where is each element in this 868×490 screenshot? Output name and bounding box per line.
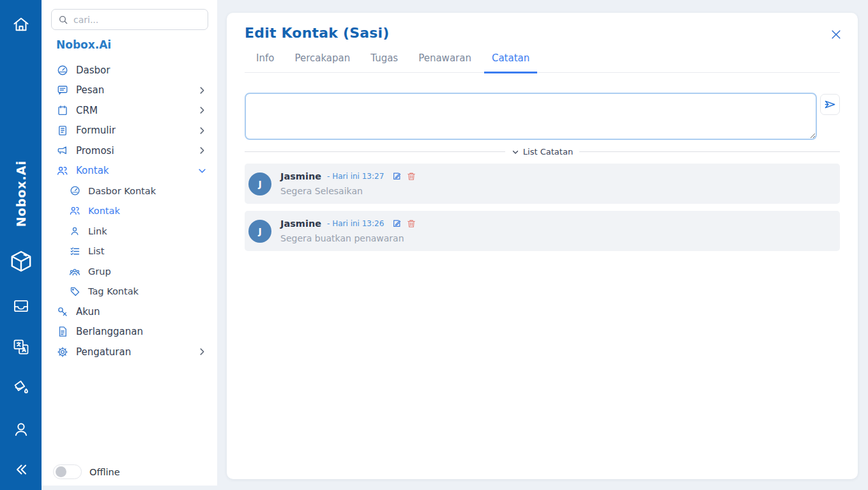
tab-percakapan[interactable]: Percakapan bbox=[287, 52, 358, 73]
tag-icon bbox=[69, 286, 80, 297]
key-icon bbox=[56, 305, 68, 318]
search-icon bbox=[58, 15, 68, 25]
sidebar-item-pengaturan[interactable]: Pengaturan bbox=[42, 342, 217, 362]
contacts-icon bbox=[69, 205, 80, 217]
cube-logo-icon[interactable] bbox=[8, 249, 34, 274]
trash-icon[interactable] bbox=[407, 172, 416, 181]
note-author: Jasmine bbox=[280, 218, 321, 229]
collapse-sidebar-icon[interactable] bbox=[13, 461, 29, 478]
tab-penawaran[interactable]: Penawaran bbox=[411, 52, 479, 73]
panel-header: Edit Kontak (Sasi) bbox=[245, 13, 840, 42]
sidebar-item-promosi[interactable]: Promosi bbox=[42, 141, 217, 161]
note-text: Segera buatkan penawaran bbox=[280, 233, 416, 243]
page-title: Edit Kontak (Sasi) bbox=[245, 25, 390, 41]
note-timestamp: - Hari ini 13:27 bbox=[327, 172, 384, 181]
sidebar-brand[interactable]: Nobox.Ai bbox=[56, 38, 111, 51]
offline-label: Offline bbox=[89, 467, 120, 477]
tab-tugas[interactable]: Tugas bbox=[363, 52, 406, 73]
dashboard-icon bbox=[69, 185, 80, 197]
person-icon bbox=[69, 226, 80, 237]
divider-line bbox=[245, 151, 505, 152]
chevron-right-icon bbox=[199, 147, 206, 154]
sidebar-item-grup[interactable]: Grup bbox=[42, 261, 217, 282]
note-input-row bbox=[245, 93, 840, 140]
paint-bucket-icon[interactable] bbox=[12, 378, 30, 396]
nav-sidebar: Nobox.Ai Dasbor Pesan CRM Formulir Promo… bbox=[42, 0, 217, 486]
search-box bbox=[51, 9, 208, 30]
chevron-right-icon bbox=[199, 348, 206, 355]
tab-catatan[interactable]: Catatan bbox=[484, 52, 537, 73]
note-timestamp: - Hari ini 13:26 bbox=[327, 219, 384, 228]
trash-icon[interactable] bbox=[407, 219, 416, 228]
translate-icon[interactable] bbox=[12, 338, 30, 356]
user-icon[interactable] bbox=[12, 420, 30, 438]
sidebar-item-label: Dasbor Kontak bbox=[88, 186, 156, 196]
avatar: J bbox=[248, 220, 271, 243]
send-icon bbox=[824, 98, 836, 111]
chevron-down-icon bbox=[199, 167, 206, 174]
close-icon[interactable] bbox=[828, 27, 844, 42]
send-button[interactable] bbox=[820, 94, 840, 115]
sidebar-item-label: Promosi bbox=[76, 145, 114, 157]
sidebar-item-label: Kontak bbox=[88, 206, 120, 216]
sidebar-item-label: Akun bbox=[76, 306, 100, 318]
note-author: Jasmine bbox=[280, 171, 321, 181]
chevron-down-icon[interactable] bbox=[512, 148, 519, 156]
chevron-right-icon bbox=[199, 107, 206, 114]
document-icon bbox=[56, 326, 68, 338]
sidebar-item-dasbor-kontak[interactable]: Dasbor Kontak bbox=[42, 181, 217, 201]
sidebar-item-label: Link bbox=[88, 226, 107, 236]
chevron-right-icon bbox=[199, 87, 206, 94]
checklist-icon bbox=[69, 245, 80, 257]
sidebar-item-label: Grup bbox=[88, 266, 111, 277]
avatar: J bbox=[248, 172, 271, 195]
note-card: J Jasmine - Hari ini 13:27 Segera Selesa… bbox=[245, 164, 840, 204]
sidebar-item-label: Kontak bbox=[76, 165, 109, 176]
tab-bar: Info Percakapan Tugas Penawaran Catatan bbox=[245, 52, 840, 73]
sidebar-item-formulir[interactable]: Formulir bbox=[42, 121, 217, 141]
crm-icon bbox=[56, 104, 68, 116]
notes-list: J Jasmine - Hari ini 13:27 Segera Selesa… bbox=[245, 164, 840, 251]
sidebar-item-crm[interactable]: CRM bbox=[42, 100, 217, 121]
megaphone-icon bbox=[56, 144, 68, 157]
offline-toggle[interactable] bbox=[53, 464, 82, 479]
gear-icon bbox=[56, 346, 68, 358]
sidebar-item-label: Formulir bbox=[76, 125, 116, 136]
toggle-knob bbox=[56, 466, 66, 477]
sidebar-item-kontak-sub[interactable]: Kontak bbox=[42, 201, 217, 222]
home-icon[interactable] bbox=[12, 15, 30, 33]
dashboard-icon bbox=[56, 64, 68, 76]
list-catatan-divider: List Catatan bbox=[245, 147, 840, 157]
sidebar-item-dasbor[interactable]: Dasbor bbox=[42, 60, 217, 80]
sidebar-item-akun[interactable]: Akun bbox=[42, 302, 217, 322]
icon-rail: Nobox.Ai bbox=[0, 0, 42, 490]
sidebar-item-label: List bbox=[88, 246, 104, 256]
sidebar-item-kontak[interactable]: Kontak bbox=[42, 161, 217, 181]
sidebar-item-pesan[interactable]: Pesan bbox=[42, 80, 217, 101]
sidebar-item-tag-kontak[interactable]: Tag Kontak bbox=[42, 282, 217, 302]
inbox-icon[interactable] bbox=[12, 297, 30, 315]
form-icon bbox=[56, 125, 68, 137]
divider-line bbox=[579, 151, 840, 152]
note-input[interactable] bbox=[245, 93, 817, 140]
sidebar-item-label: Berlangganan bbox=[76, 326, 143, 337]
edit-kontak-panel: Edit Kontak (Sasi) Info Percakapan Tugas… bbox=[227, 13, 858, 479]
list-catatan-label: List Catatan bbox=[523, 147, 573, 157]
sidebar-item-label: CRM bbox=[76, 105, 98, 116]
sidebar-item-label: Tag Kontak bbox=[88, 286, 139, 296]
sidebar-item-label: Pesan bbox=[76, 84, 104, 96]
note-card: J Jasmine - Hari ini 13:26 Segera buatka… bbox=[245, 211, 840, 251]
sidebar-menu: Dasbor Pesan CRM Formulir Promosi Kontak bbox=[42, 60, 217, 362]
rail-brand-vertical: Nobox.Ai bbox=[0, 146, 42, 241]
sidebar-item-label: Pengaturan bbox=[76, 346, 131, 358]
tab-info[interactable]: Info bbox=[248, 52, 282, 73]
note-text: Segera Selesaikan bbox=[280, 186, 416, 196]
offline-row: Offline bbox=[53, 464, 120, 479]
group-icon bbox=[69, 266, 80, 277]
sidebar-item-list[interactable]: List bbox=[42, 241, 217, 262]
edit-icon[interactable] bbox=[392, 172, 401, 181]
edit-icon[interactable] bbox=[392, 219, 401, 228]
search-input[interactable] bbox=[73, 15, 201, 25]
sidebar-item-link[interactable]: Link bbox=[42, 221, 217, 241]
sidebar-item-berlangganan[interactable]: Berlangganan bbox=[42, 322, 217, 342]
